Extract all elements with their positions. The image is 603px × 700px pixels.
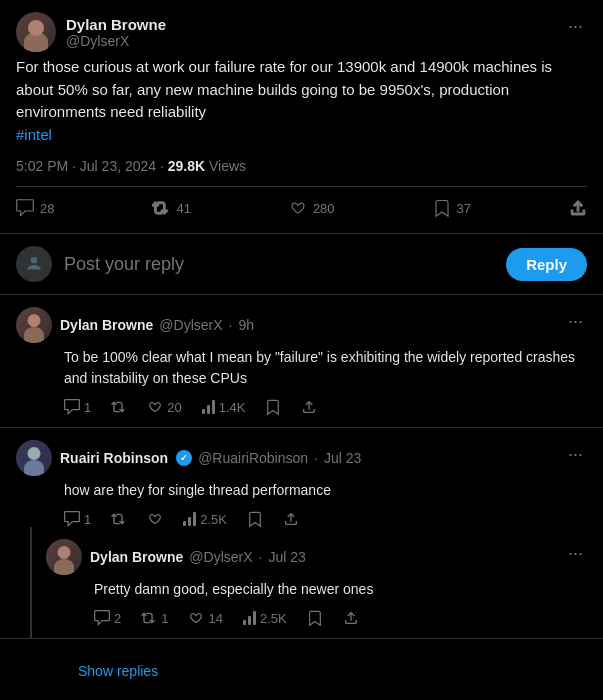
comment-username: @DylserX (159, 317, 222, 333)
reply-input[interactable] (64, 254, 494, 275)
show-replies-button[interactable]: Show replies (62, 651, 174, 691)
comment-text: Pretty damn good, especially the newer o… (46, 579, 587, 600)
display-name: Dylan Browne (66, 16, 166, 33)
comment-reply-action[interactable]: 1 (64, 399, 91, 415)
comment-reply-action[interactable]: 2 (94, 610, 121, 626)
comment-icon (94, 610, 110, 626)
share-icon (343, 610, 359, 626)
comment-like-action[interactable]: 14 (188, 610, 222, 626)
reply-button[interactable]: Reply (506, 248, 587, 281)
comment-3: Dylan Browne @DylserX · Jul 23 ··· Prett… (32, 527, 603, 638)
retweet-icon (141, 610, 157, 626)
retweet-icon (111, 511, 127, 527)
comment-header: Dylan Browne @DylserX · 9h ··· (16, 307, 587, 343)
comment-retweet-action[interactable] (111, 511, 127, 527)
comment-reply-count: 2 (114, 611, 121, 626)
tweet-text: For those curious at work our failure ra… (16, 56, 587, 146)
avatar (16, 12, 56, 52)
comment-bookmark-action[interactable] (307, 610, 323, 626)
views-icon (202, 400, 215, 414)
comment-like-count: 20 (167, 400, 181, 415)
retweet-action[interactable]: 41 (152, 199, 190, 217)
comment-1: Dylan Browne @DylserX · 9h ··· To be 100… (0, 295, 603, 428)
comment-retweet-action[interactable] (111, 399, 127, 415)
tweet-author-section: Dylan Browne @DylserX (16, 12, 166, 52)
comment-actions: 1 20 1.4K (16, 399, 587, 415)
comment-time: · (229, 317, 233, 333)
comment-header: Ruairi Robinson ✓ @RuairiRobinson · Jul … (16, 440, 587, 476)
main-tweet: Dylan Browne @DylserX ··· For those curi… (0, 0, 603, 234)
comment-time-val: 9h (238, 317, 254, 333)
comment-2: Ruairi Robinson ✓ @RuairiRobinson · Jul … (0, 428, 603, 527)
comment-text: how are they for single thread performan… (16, 480, 587, 501)
views-icon (183, 512, 196, 526)
user-line: Dylan Browne @DylserX · Jul 23 (90, 549, 306, 565)
bookmark-icon (247, 511, 263, 527)
comment-reply-count: 1 (84, 512, 91, 527)
comment-display-name: Dylan Browne (90, 549, 183, 565)
like-icon (289, 199, 307, 217)
bookmark-action[interactable]: 37 (433, 199, 471, 217)
comment-views-count: 1.4K (219, 400, 246, 415)
comment-reply-action[interactable]: 1 (64, 511, 91, 527)
comment-retweet-count: 1 (161, 611, 168, 626)
retweet-icon (111, 399, 127, 415)
like-action[interactable]: 280 (289, 199, 335, 217)
user-line: Dylan Browne @DylserX · 9h (60, 317, 254, 333)
comment-username: @RuairiRobinson (198, 450, 308, 466)
comment-username: @DylserX (189, 549, 252, 565)
bookmark-icon (433, 199, 451, 217)
share-icon (301, 399, 317, 415)
share-action[interactable] (569, 199, 587, 217)
comment-text: To be 100% clear what I mean by "failure… (16, 347, 587, 389)
verified-badge: ✓ (176, 450, 192, 466)
nested-comment-section: Dylan Browne @DylserX · Jul 23 ··· Prett… (0, 527, 603, 639)
comment-header: Dylan Browne @DylserX · Jul 23 ··· (46, 539, 587, 575)
action-bar: 28 41 280 37 (16, 195, 587, 221)
comment-more-options[interactable]: ··· (564, 440, 587, 469)
comment-actions: 1 2.5K (16, 511, 587, 527)
comment-reply-count: 1 (84, 400, 91, 415)
comment-time-val: Jul 23 (324, 450, 361, 466)
comment-like-action[interactable]: 20 (147, 399, 181, 415)
comment-views-action[interactable]: 2.5K (243, 611, 287, 626)
reply-box: Reply (0, 234, 603, 295)
divider (16, 186, 587, 187)
comment-count: 28 (40, 201, 54, 216)
show-replies-section: Show replies (0, 639, 603, 700)
comment-action[interactable]: 28 (16, 199, 54, 217)
tweet-meta: 5:02 PM · Jul 23, 2024 · 29.8K Views (16, 158, 587, 174)
comment-views-action[interactable]: 1.4K (202, 400, 246, 415)
comment-more-options[interactable]: ··· (564, 307, 587, 336)
like-icon (147, 399, 163, 415)
bookmark-icon (307, 610, 323, 626)
comment-icon (64, 399, 80, 415)
comment-views-count: 2.5K (200, 512, 227, 527)
reply-avatar (16, 246, 52, 282)
comment-views-count: 2.5K (260, 611, 287, 626)
comment-like-count: 14 (208, 611, 222, 626)
comment-share-action[interactable] (343, 610, 359, 626)
user-info: Dylan Browne @DylserX (66, 16, 166, 49)
tweet-header: Dylan Browne @DylserX ··· (16, 12, 587, 52)
more-options-button[interactable]: ··· (564, 12, 587, 41)
like-icon (147, 511, 163, 527)
comment-retweet-action[interactable]: 1 (141, 610, 168, 626)
comment-like-action[interactable] (147, 511, 163, 527)
comment-bookmark-action[interactable] (265, 399, 281, 415)
comment-more-options[interactable]: ··· (564, 539, 587, 568)
avatar (16, 440, 52, 476)
comment-bookmark-action[interactable] (247, 511, 263, 527)
bookmark-icon (265, 399, 281, 415)
bookmark-count: 37 (457, 201, 471, 216)
comment-actions: 2 1 14 2.5K (46, 610, 587, 626)
comment-share-action[interactable] (283, 511, 299, 527)
avatar (16, 307, 52, 343)
avatar (46, 539, 82, 575)
comment-views-action[interactable]: 2.5K (183, 512, 227, 527)
hashtag[interactable]: #intel (16, 126, 52, 143)
username: @DylserX (66, 33, 166, 49)
comment-display-name: Dylan Browne (60, 317, 153, 333)
comment-share-action[interactable] (301, 399, 317, 415)
comment-display-name: Ruairi Robinson (60, 450, 168, 466)
